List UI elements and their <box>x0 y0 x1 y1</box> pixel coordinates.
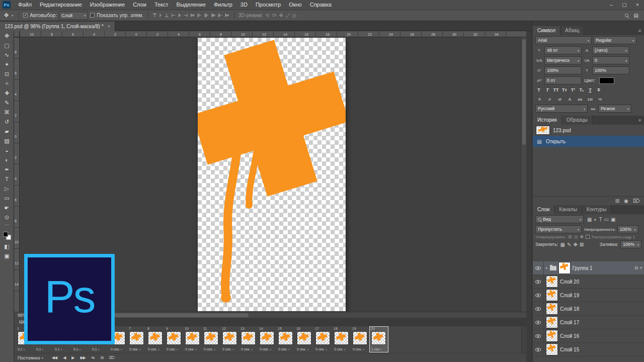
frame-delay-select[interactable]: 0 сек. ▾ <box>222 347 234 351</box>
font-style-select[interactable]: Regular▾ <box>593 36 636 44</box>
show-transform-controls-checkbox[interactable] <box>90 13 95 18</box>
timeline-frame-18[interactable]: 18 0 сек. ▾ <box>333 327 351 352</box>
filter-type-layers-icon[interactable]: T <box>599 217 602 222</box>
3d-drag-icon[interactable]: ✥ <box>278 13 283 18</box>
dodge-tool[interactable]: ◐ <box>0 155 14 165</box>
history-state-0[interactable]: 123.psd <box>533 125 644 136</box>
lock-all-button[interactable]: ⊠ <box>580 242 584 247</box>
previous-frame-button[interactable]: ◀ <box>60 355 68 360</box>
horizontal-scale-input[interactable]: 100% <box>592 66 629 74</box>
gradient-tool[interactable]: ▨ <box>0 136 14 146</box>
brush-tool[interactable]: ✎ <box>0 98 14 108</box>
layer-thumbnail[interactable] <box>558 262 571 274</box>
frame-delay-select[interactable]: 0 сек. ▾ <box>297 347 308 351</box>
crop-tool[interactable]: ⊡ <box>0 69 14 79</box>
align-right-edges-button[interactable]: ⊣ <box>183 13 189 18</box>
vertical-scale-input[interactable]: 100% <box>544 66 582 74</box>
layer-visibility-toggle[interactable] <box>533 316 544 329</box>
timeline-frame-17[interactable]: 17 0 сек. ▾ <box>314 327 332 352</box>
layer-row-5[interactable]: Слой 16 <box>533 329 644 343</box>
tab-paths[interactable]: Контуры <box>582 205 611 214</box>
timeline-frame-19[interactable]: 19 0 сек. ▾ <box>351 327 369 352</box>
layer-name[interactable]: Слой 18 <box>560 306 579 312</box>
timeline-frame-9[interactable]: 9 0 сек. ▾ <box>165 327 183 352</box>
tab-swatches[interactable]: Образцы <box>562 116 593 125</box>
distribute-left-edges-button[interactable]: ⊫ <box>210 13 216 18</box>
blend-mode-select[interactable]: Пропустить▾ <box>535 225 582 233</box>
group-expand-icon[interactable]: ▸ <box>546 266 548 270</box>
fill-input[interactable]: 100%▾ <box>620 240 641 248</box>
fx-expand-icon[interactable]: ▾ <box>640 266 642 270</box>
frame-delay-select[interactable]: 0 сек. ▾ <box>241 347 253 351</box>
frame-delay-select[interactable]: 0 сек. ▾ <box>353 347 364 351</box>
timeline-frame-10[interactable]: 10 0 сек. ▾ <box>184 327 202 352</box>
3d-roll-icon[interactable]: ⟳ <box>272 13 277 18</box>
frame-delay-select[interactable]: 0 сек. ▾ <box>334 347 346 351</box>
underline-button[interactable]: T <box>587 86 594 94</box>
tab-channels[interactable]: Каналы <box>554 205 582 214</box>
distribute-bottom-edges-button[interactable]: ⊪ <box>204 13 209 18</box>
menu-layers[interactable]: Слои <box>129 0 150 10</box>
layer-thumbnail[interactable] <box>546 330 558 342</box>
frame-delay-select[interactable]: 0 сек. ▾ <box>204 347 215 351</box>
unify-visibility-icon[interactable]: ◎ <box>574 234 578 239</box>
timeline-frame-20[interactable]: 20 1 сек ▾ <box>370 327 388 352</box>
menu-window[interactable]: Окно <box>285 0 306 10</box>
layer-thumbnail[interactable] <box>546 343 558 355</box>
new-document-from-state-button[interactable]: ⊞ <box>615 198 619 204</box>
layer-thumbnail[interactable] <box>546 276 558 288</box>
frame-delay-select[interactable]: 0,1 ▾ <box>92 347 99 351</box>
layer-visibility-toggle[interactable] <box>533 275 544 289</box>
ordinals-button[interactable]: 1st <box>586 96 594 103</box>
layer-visibility-toggle[interactable] <box>533 261 544 275</box>
layer-name[interactable]: Слой 19 <box>560 293 579 298</box>
filter-shape-layers-icon[interactable]: ▭ <box>604 217 609 222</box>
new-snapshot-button[interactable]: ◉ <box>624 198 628 204</box>
frame-delay-select[interactable]: 0,1 ▾ <box>36 347 43 351</box>
frame-delay-select[interactable]: 0,1 ▾ <box>18 347 25 351</box>
workspace-switcher-icon[interactable]: ▤ <box>633 13 639 18</box>
faux-bold-button[interactable]: T <box>535 86 542 94</box>
filter-adjustment-layers-icon[interactable]: ◐ <box>594 217 597 222</box>
text-color-swatch[interactable] <box>599 77 614 84</box>
edit-toolbar-icon[interactable]: ⋯ <box>0 222 14 229</box>
tracking-select[interactable]: 0▾ <box>592 56 629 64</box>
baseline-shift-input[interactable]: 0 пт <box>544 76 582 84</box>
next-frame-button[interactable]: ▶▶ <box>77 355 88 360</box>
delete-frame-button[interactable]: ⌦ <box>107 355 117 360</box>
ligatures-button[interactable]: fi <box>535 96 544 103</box>
unify-position-icon[interactable]: ⊞ <box>568 234 572 239</box>
minimize-button[interactable]: – <box>605 0 618 10</box>
antialias-select[interactable]: Резкое▾ <box>598 105 631 113</box>
timeline-scrollbar[interactable] <box>521 326 526 353</box>
layer-thumbnail[interactable] <box>546 303 558 315</box>
distribute-horizontal-centers-button[interactable]: ⊩ <box>217 13 223 18</box>
frame-delay-select[interactable]: 0 сек. ▾ <box>185 347 197 351</box>
move-tool[interactable]: ✥ <box>0 31 14 41</box>
fractions-button[interactable]: ½ <box>596 96 604 103</box>
path-selection-tool[interactable]: ▷ <box>0 184 14 194</box>
zoom-tool[interactable]: ⊙ <box>0 213 14 222</box>
document-canvas[interactable] <box>198 38 346 311</box>
tab-character[interactable]: Символ <box>533 26 560 35</box>
unify-style-icon[interactable]: ✱ <box>580 234 584 239</box>
faux-italic-button[interactable]: T <box>544 86 551 94</box>
align-top-edges-button[interactable]: ⊤ <box>152 13 157 18</box>
kerning-select[interactable]: Метрическ▾ <box>544 56 582 64</box>
autoselect-checkbox[interactable]: ✓ <box>23 13 28 18</box>
discretionary-ligatures-button[interactable]: st <box>555 96 564 103</box>
layer-row-2[interactable]: Слой 19 <box>533 289 644 302</box>
new-frame-button[interactable]: ⊞ <box>98 355 106 360</box>
distribute-top-edges-button[interactable]: ⊨ <box>190 13 195 18</box>
frame-delay-select[interactable]: 0 сек. ▾ <box>148 347 159 351</box>
frame-delay-select[interactable]: 0 сек. ▾ <box>111 347 122 351</box>
timeline-frame-8[interactable]: 8 0 сек. ▾ <box>146 327 165 352</box>
strikethrough-button[interactable]: T <box>595 86 602 94</box>
layer-row-4[interactable]: Слой 17 <box>533 316 644 329</box>
color-swatches[interactable] <box>3 232 11 240</box>
frame-delay-select[interactable]: 0 сек. ▾ <box>167 347 178 351</box>
layer-thumbnail[interactable] <box>546 289 558 301</box>
layer-name[interactable]: Слой 16 <box>560 333 579 339</box>
align-bottom-edges-button[interactable]: ⊥ <box>164 13 170 18</box>
layer-name[interactable]: Слой 15 <box>560 347 579 352</box>
